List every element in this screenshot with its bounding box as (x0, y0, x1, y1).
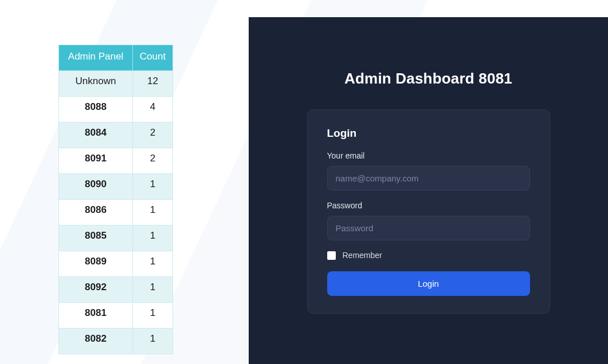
login-button[interactable]: Login (327, 271, 530, 296)
table-row: 80821 (59, 329, 173, 354)
cell-count: 1 (133, 200, 173, 225)
cell-admin-panel: 8091 (59, 148, 133, 174)
cell-admin-panel: Unknown (59, 71, 133, 97)
password-label: Password (327, 201, 530, 210)
cell-admin-panel: 8090 (59, 174, 133, 200)
table-row: 80842 (59, 122, 173, 148)
password-field[interactable] (327, 216, 530, 240)
remember-label: Remember (343, 251, 382, 260)
cell-admin-panel: 8081 (59, 303, 133, 329)
page-title: Admin Dashboard 8081 (249, 70, 608, 88)
table-row: 80811 (59, 303, 173, 329)
cell-count: 2 (133, 122, 173, 148)
table-header-admin-panel: Admin Panel (59, 45, 133, 71)
cell-admin-panel: 8092 (59, 277, 133, 303)
email-label: Your email (327, 151, 530, 160)
table-row: 80884 (59, 97, 173, 122)
table-row: 80891 (59, 251, 173, 277)
cell-count: 1 (133, 251, 173, 277)
cell-admin-panel: 8088 (59, 97, 133, 122)
cell-count: 4 (133, 97, 173, 122)
cell-admin-panel: 8089 (59, 251, 133, 277)
login-heading: Login (327, 127, 530, 140)
login-card: Login Your email Password Remember Login (307, 109, 550, 314)
cell-count: 1 (133, 277, 173, 303)
admin-panel-count-table: Admin Panel Count Unknown128088480842809… (58, 45, 173, 354)
email-field[interactable] (327, 166, 530, 191)
cell-count: 12 (133, 71, 173, 97)
cell-admin-panel: 8084 (59, 122, 133, 148)
cell-count: 1 (133, 303, 173, 329)
dashboard-panel: Admin Dashboard 8081 Login Your email Pa… (249, 17, 608, 364)
table-row: 80921 (59, 277, 173, 303)
cell-count: 1 (133, 174, 173, 200)
remember-checkbox[interactable] (327, 251, 336, 260)
cell-count: 1 (133, 329, 173, 354)
cell-count: 1 (133, 225, 173, 251)
table-row: 80912 (59, 148, 173, 174)
table-row: Unknown12 (59, 71, 173, 97)
table-header-count: Count (133, 45, 173, 71)
table-row: 80901 (59, 174, 173, 200)
cell-admin-panel: 8085 (59, 225, 133, 251)
cell-count: 2 (133, 148, 173, 174)
table-row: 80861 (59, 200, 173, 225)
table-row: 80851 (59, 225, 173, 251)
cell-admin-panel: 8082 (59, 329, 133, 354)
cell-admin-panel: 8086 (59, 200, 133, 225)
